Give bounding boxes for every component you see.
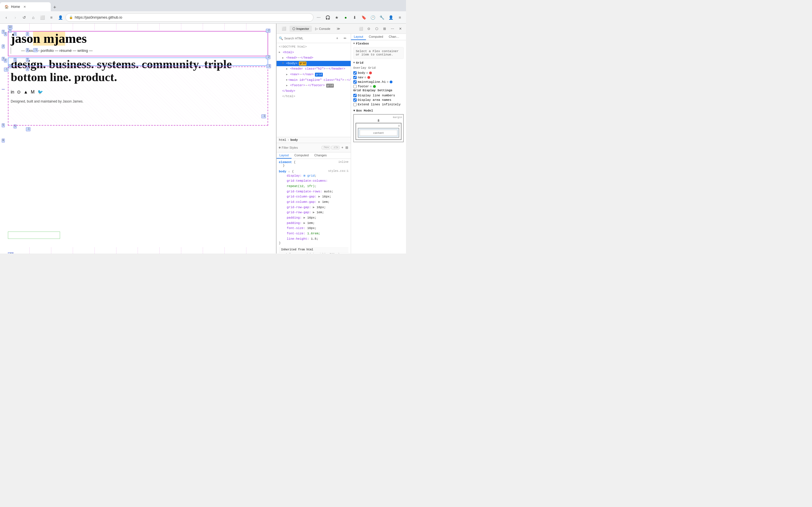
filter-hov-badge[interactable]: :hov [322,146,330,149]
head-line[interactable]: ▶ <head> ⋯ </head> [276,55,351,61]
extend-lines-checkbox[interactable] [353,103,357,106]
devtools-dock-btn[interactable]: ⊞ [381,25,388,32]
address-bar[interactable] [75,15,310,19]
saved-sites-button[interactable]: 🔖 [360,13,368,21]
forward-button[interactable]: › [11,13,19,21]
new-tab-view-button[interactable]: ⬜ [38,13,46,21]
devtools-settings-btn[interactable]: ⋯ [389,25,396,32]
html-open-line[interactable]: ▶ <html> [276,50,351,55]
nav-overlay-checkbox[interactable] [353,76,357,79]
devtools-more-tabs[interactable]: ≫ [334,25,343,32]
bookmark-star-button[interactable]: ★ [333,13,341,21]
display-line-numbers-checkbox[interactable] [353,94,357,97]
history-button[interactable]: 🕐 [369,13,377,21]
body-close-line[interactable]: </body> [276,89,351,94]
body-expand[interactable]: ▼ [282,61,286,65]
medium-icon[interactable]: M [31,90,35,95]
grid-section: ▼ Grid Overlay Grid body ⚙ [353,61,404,107]
github-icon[interactable]: ⊙ [17,89,20,95]
tab-layout-active[interactable]: Layout [276,152,292,159]
grid-section-header[interactable]: ▼ Grid [353,61,404,64]
sync-button[interactable]: 👤 [56,13,64,21]
reload-button[interactable]: ↺ [20,13,28,21]
dev-tools-button[interactable]: 🔧 [378,13,386,21]
devtools-close-btn[interactable]: ✕ [397,25,404,32]
display-area-names-checkbox[interactable] [353,98,357,102]
col-num-5: 5 [8,25,11,29]
devtools-console-tab[interactable]: ▷ Console [312,25,333,32]
doctype-line[interactable]: <!DOCTYPE html> [276,44,351,50]
download-button[interactable]: ⬇ [351,13,359,21]
site-header-content: jason mjames [8,30,268,47]
content-size: content [373,131,384,134]
strava-icon[interactable]: ▲ [23,90,28,95]
extend-lines-setting: Extend lines infinitely [353,102,404,107]
flexbox-section-header[interactable]: ▼ Flexbox [353,42,404,45]
nav-expand[interactable]: ▶ [286,73,290,76]
add-element-button[interactable]: + [334,35,341,42]
filter-cls-badge[interactable]: .cls [331,146,340,149]
box-model-header[interactable]: ▼ Box Model [353,109,404,112]
tab-close-button[interactable]: ✕ [22,4,27,9]
right-tab-layout[interactable]: Layout [351,34,366,40]
nav-line[interactable]: ▶ <nav> ⋯ </nav> grid [276,72,351,77]
display-semi: ; [315,174,317,177]
security-icon: 🔒 [69,15,73,19]
html-close-line[interactable]: </html> [276,94,351,100]
devtools-pick-element-button[interactable]: ⬜ [279,25,289,32]
main-overlay-gear[interactable]: ⚙ [387,80,389,83]
html-search-input[interactable] [284,37,333,40]
main-line[interactable]: ▶ <main id="tagline" class="h1"> ⋯ </mai… [276,77,351,83]
search-icon: 🔍 [279,36,283,41]
profile-button[interactable]: 👤 [387,13,395,21]
devtools-inspector-tab[interactable]: ⬡ Inspector [290,25,312,32]
body-line[interactable]: ▼ <body> grid [276,61,351,66]
footer-expand[interactable]: ▶ [286,83,290,88]
gtc-prop: grid-template-columns: [283,178,349,184]
css-filter-bar: ⊘ :hov .cls + ⊞ [276,143,351,152]
twitter-icon[interactable]: 🐦 [38,89,43,95]
tab-changes[interactable]: Changes [312,152,329,159]
breadcrumb-body[interactable]: body [290,138,298,142]
head-expand[interactable]: ▶ [282,56,286,60]
console-tab-label: Console [319,27,330,31]
more-button[interactable]: ≡ [396,13,404,21]
nav-overlay-item: nav ⚙ [353,75,404,80]
footer-overlay-gear[interactable]: ⚙ [370,85,372,88]
nav-overlay-gear[interactable]: ⚙ [364,76,366,79]
linkedin-icon[interactable]: in [11,90,14,95]
css-add-rule-button[interactable]: + [341,144,344,151]
css-filter-input[interactable] [282,146,320,149]
element-brace-open: { [294,161,296,164]
reader-view-button[interactable]: ≡ [47,13,55,21]
account-button[interactable]: ● [342,13,350,21]
tab-computed[interactable]: Computed [292,152,312,159]
body-overlay-checkbox[interactable] [353,71,357,75]
new-tab-button[interactable]: + [51,3,59,11]
back-button[interactable]: ‹ [2,13,10,21]
extensions-button[interactable]: ⋯ [315,13,322,21]
header-expand[interactable]: ▶ [286,67,290,71]
edit-html-button[interactable]: ✏ [342,35,349,42]
head-ellipsis: ⋯ [298,55,300,61]
footer-overlay-checkbox[interactable] [353,85,357,88]
devtools-screenshot-btn[interactable]: ⊙ [365,25,372,32]
right-tab-computed[interactable]: Computed [366,34,386,40]
footer-line[interactable]: ▶ <footer> ⋯ </footer> grid [276,83,351,89]
body-overlay-gear[interactable]: ⚙ [366,71,368,75]
padding-prop2: padding: ▶ 1em; [283,221,349,226]
nav-grid-badge: grid [315,73,323,76]
active-tab[interactable]: 🏠 Home ✕ [0,2,51,11]
box-model-diagram: margin 8 0 [353,114,404,142]
pocket-button[interactable]: 🎧 [324,13,332,21]
header-line[interactable]: ▶ <header class="h2"> ⋯ </header> [276,66,351,72]
devtools-fullscreen-btn[interactable]: ⬡ [373,25,380,32]
home-button[interactable]: ⌂ [29,13,37,21]
right-tab-changes[interactable]: Chan… [386,34,402,40]
html-expand[interactable]: ▶ [279,50,282,54]
css-copy-button[interactable]: ⊞ [345,144,349,151]
devtools-responsive-btn[interactable]: ⬜ [357,25,364,32]
main-expand[interactable]: ▶ [286,78,288,82]
main-overlay-checkbox[interactable] [353,80,357,83]
breadcrumb-html[interactable]: html [279,138,286,142]
